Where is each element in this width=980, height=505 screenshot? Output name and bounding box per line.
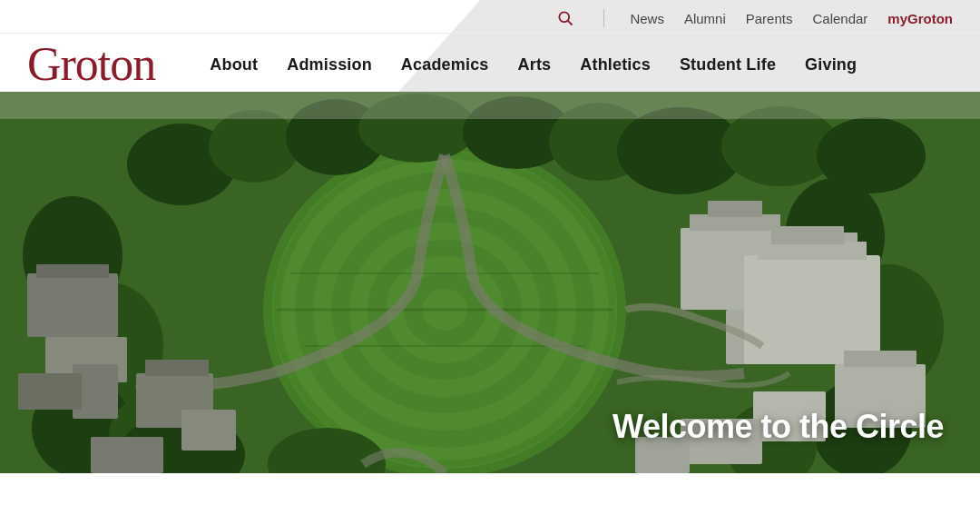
topbar-link-news[interactable]: News	[630, 11, 664, 26]
header-inner: News Alumni Parents Calendar myGroton Gr…	[0, 0, 980, 99]
topbar-link-mygroton[interactable]: myGroton	[887, 11, 953, 26]
top-bar: News Alumni Parents Calendar myGroton	[0, 0, 980, 34]
search-button[interactable]	[556, 9, 574, 27]
nav-academics[interactable]: Academics	[401, 55, 489, 74]
main-nav: About Admission Academics Arts Athletics…	[210, 55, 857, 74]
site-logo[interactable]: Groton	[27, 41, 155, 88]
hero-welcome-text: Welcome to the Circle	[612, 408, 944, 446]
svg-point-0	[560, 12, 570, 22]
logo-area: Groton	[27, 41, 191, 88]
logo-nav-row: Groton About Admission Academics Arts At…	[0, 34, 980, 99]
topbar-links: News Alumni Parents Calendar myGroton	[630, 11, 953, 26]
hero-section: Welcome to the Circle	[0, 92, 980, 473]
topbar-link-calendar[interactable]: Calendar	[812, 11, 867, 26]
topbar-link-alumni[interactable]: Alumni	[684, 11, 726, 26]
search-icon	[556, 9, 574, 27]
nav-giving[interactable]: Giving	[805, 55, 857, 74]
header-wrapper: News Alumni Parents Calendar myGroton Gr…	[0, 0, 980, 99]
topbar-link-parents[interactable]: Parents	[746, 11, 793, 26]
nav-arts[interactable]: Arts	[518, 55, 552, 74]
svg-line-1	[568, 21, 573, 25]
nav-athletics[interactable]: Athletics	[580, 55, 651, 74]
divider	[603, 9, 604, 27]
nav-student-life[interactable]: Student Life	[680, 55, 776, 74]
nav-about[interactable]: About	[210, 55, 258, 74]
nav-admission[interactable]: Admission	[287, 55, 372, 74]
